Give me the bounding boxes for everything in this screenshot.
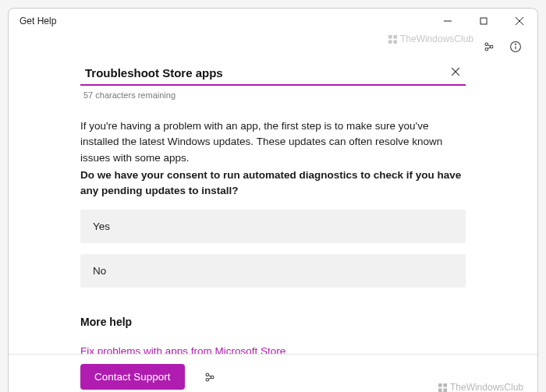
intro-text: If you're having a problem with an app, … <box>80 118 466 166</box>
app-window: Get Help TheWindowsC <box>8 8 538 392</box>
share-icon[interactable] <box>481 39 497 55</box>
share-icon-bottom[interactable] <box>202 369 218 385</box>
svg-line-8 <box>488 48 490 49</box>
svg-line-22 <box>208 377 211 379</box>
window-title: Get Help <box>20 16 430 26</box>
info-icon[interactable] <box>508 39 523 55</box>
svg-rect-14 <box>388 40 392 44</box>
svg-rect-12 <box>388 35 392 39</box>
svg-line-21 <box>208 375 211 376</box>
svg-point-20 <box>206 378 209 381</box>
option-no-label: No <box>93 265 106 277</box>
close-button[interactable] <box>502 9 537 34</box>
titlebar: Get Help <box>9 9 537 34</box>
more-help-heading: More help <box>80 316 466 328</box>
char-counter: 57 characters remaining <box>83 90 466 100</box>
svg-rect-23 <box>438 383 442 387</box>
svg-point-4 <box>485 43 488 46</box>
svg-point-18 <box>206 373 209 376</box>
minimize-button[interactable] <box>430 9 466 34</box>
svg-rect-13 <box>393 35 397 39</box>
option-yes[interactable]: Yes <box>80 210 466 243</box>
svg-point-6 <box>485 48 488 51</box>
maximize-button[interactable] <box>466 9 502 34</box>
svg-rect-15 <box>393 40 397 44</box>
content-area: 57 characters remaining If you're having… <box>9 60 537 392</box>
svg-point-11 <box>516 44 516 44</box>
svg-line-7 <box>488 45 490 47</box>
watermark-bottom: TheWindowsClub <box>438 382 523 392</box>
svg-rect-1 <box>480 18 487 24</box>
search-input[interactable] <box>80 62 466 86</box>
watermark-top: TheWindowsClub <box>388 34 473 44</box>
svg-point-19 <box>211 376 214 379</box>
consent-prompt: Do we have your consent to run automated… <box>80 168 466 200</box>
svg-rect-24 <box>443 383 447 387</box>
window-controls <box>430 9 537 34</box>
clear-icon[interactable] <box>448 65 463 79</box>
option-yes-label: Yes <box>93 221 110 232</box>
svg-rect-26 <box>443 388 447 392</box>
search-wrap <box>80 62 466 86</box>
bottom-bar: Contact Support TheWindowsClub <box>9 354 537 392</box>
option-no[interactable]: No <box>80 254 466 288</box>
svg-rect-25 <box>438 388 442 392</box>
contact-support-button[interactable]: Contact Support <box>80 364 185 390</box>
svg-point-5 <box>490 45 493 48</box>
